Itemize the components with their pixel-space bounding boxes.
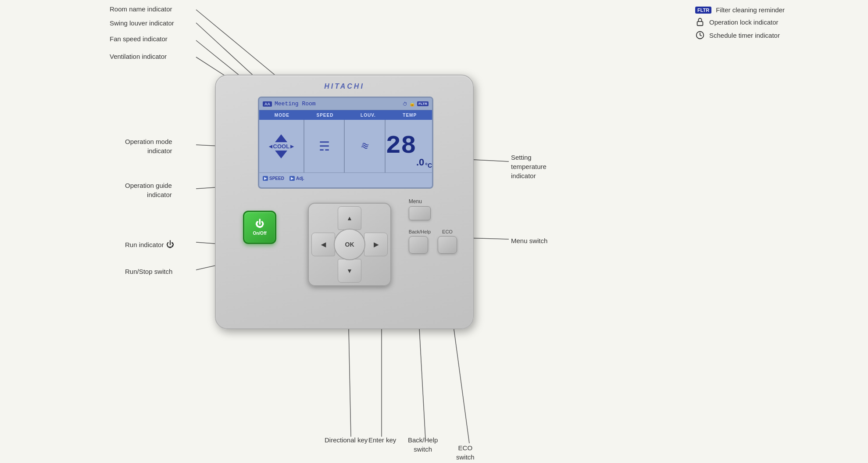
lcd-triangle-down — [275, 151, 287, 158]
lcd-main-area: ◀ COOL ▶ ☴ ≋ 28 .0 °C — [259, 120, 432, 172]
lcd-room-bar: AA Meeting Room ⏱ 🔒 FLTR — [259, 98, 432, 110]
lcd-louv-icon: ≋ — [359, 140, 371, 153]
enter-key-label: Enter key — [368, 435, 396, 445]
dpad-down-button[interactable]: ▼ — [338, 259, 361, 283]
lcd-header-temp: TEMP — [403, 113, 417, 118]
timer-legend: Schedule timer indicator — [695, 30, 785, 40]
back-help-switch[interactable] — [409, 236, 428, 254]
lcd-fltr-badge: FLTR — [417, 101, 429, 106]
eco-button-label: ECO — [438, 229, 457, 234]
lcd-header-mode: MODE — [275, 113, 289, 118]
lcd-room-name: Meeting Room — [275, 100, 316, 107]
eco-switch-label: ECO switch — [456, 443, 475, 462]
timer-icon — [695, 30, 705, 40]
dpad-ok-button[interactable]: OK — [334, 229, 365, 260]
lcd-bottom-adj-label: Adj. — [296, 176, 304, 181]
lcd-triangle-up — [275, 134, 287, 142]
lcd-header-row: MODE SPEED LOUV. TEMP — [259, 110, 432, 120]
lcd-bottom-speed-label: SPEED — [269, 176, 284, 181]
lcd-temp-cell: 28 .0 °C — [386, 120, 432, 172]
menu-switch-label: Menu switch — [511, 236, 547, 245]
power-icon: ⏻ — [255, 219, 264, 229]
legend-area: FLTR Filter cleaning reminder Operation … — [695, 6, 785, 43]
svg-rect-14 — [697, 22, 703, 25]
dpad: ▲ ▼ ◀ ▶ OK — [308, 203, 391, 286]
lcd-header-speed: SPEED — [316, 113, 333, 118]
back-help-switch-label: Back/Help switch — [408, 435, 438, 454]
brand-label: HITACHI — [216, 83, 473, 90]
lcd-clock-icon: ⏱ — [403, 101, 407, 107]
menu-button-label: Menu — [409, 198, 457, 205]
bottom-right-buttons: Back/Help ECO — [409, 229, 457, 254]
filter-badge: FLTR — [695, 7, 711, 14]
run-stop-switch-label: Run/Stop switch — [125, 267, 172, 276]
lcd-screen: AA Meeting Room ⏱ 🔒 FLTR MODE SPEED LOUV… — [258, 97, 433, 189]
ventilation-indicator-label: Ventilation indicator — [110, 52, 167, 61]
directional-key-label: Directional key — [325, 435, 368, 445]
operation-mode-indicator-label: Operation mode indicator — [125, 137, 172, 155]
lcd-bottom-adj: ▶ Adj. — [289, 176, 304, 181]
back-help-group: Back/Help — [409, 229, 431, 254]
lcd-room-left: AA Meeting Room — [263, 100, 316, 107]
right-controls: Menu Back/Help ECO — [409, 198, 457, 254]
run-indicator-label: Run indicator ⏻ — [125, 239, 174, 250]
eco-group: ECO — [438, 229, 457, 254]
lcd-bottom-bar: ▶ SPEED ▶ Adj. — [259, 172, 432, 184]
lock-label: Operation lock indicator — [709, 18, 779, 26]
operation-guide-indicator-label: Operation guide indicator — [125, 181, 172, 199]
lcd-mode-cell: ◀ COOL ▶ — [259, 120, 304, 172]
svg-line-10 — [349, 328, 351, 437]
lcd-temp-value: 28 — [386, 133, 416, 159]
lcd-mode-label: ◀ COOL ▶ — [269, 143, 294, 150]
filter-legend: FLTR Filter cleaning reminder — [695, 6, 785, 14]
lcd-bottom-adj-icon: ▶ — [289, 176, 295, 181]
lcd-temp-decimal: .0 — [416, 157, 424, 168]
filter-label: Filter cleaning reminder — [716, 6, 785, 14]
lcd-header-louv: LOUV. — [361, 113, 376, 118]
lcd-speed-cell: ☴ — [304, 120, 345, 172]
setting-temperature-label: Setting temperature indicator — [511, 153, 547, 180]
remote-control: HITACHI AA Meeting Room ⏱ 🔒 FLTR MODE SP… — [215, 75, 474, 329]
lcd-room-icons: ⏱ 🔒 FLTR — [403, 101, 429, 107]
lcd-temp-unit: °C — [425, 162, 432, 169]
menu-switch[interactable] — [409, 206, 431, 220]
back-help-button-label: Back/Help — [409, 229, 431, 234]
lcd-louv-cell: ≋ — [345, 120, 386, 172]
fan-speed-indicator-label: Fan speed indicator — [110, 34, 168, 43]
lcd-bottom-speed: ▶ SPEED — [263, 176, 284, 181]
eco-switch[interactable] — [438, 236, 457, 254]
dpad-left-button[interactable]: ◀ — [311, 233, 335, 256]
menu-section: Menu — [409, 198, 457, 220]
room-name-indicator-label: Room name indicator — [110, 4, 172, 14]
lcd-aa-box: AA — [263, 101, 272, 107]
dpad-right-button[interactable]: ▶ — [364, 233, 388, 256]
lcd-speed-icon: ☴ — [319, 139, 330, 154]
timer-label: Schedule timer indicator — [709, 32, 780, 39]
onoff-button[interactable]: ⏻ On/Off — [243, 211, 276, 244]
dpad-up-button[interactable]: ▲ — [338, 206, 361, 230]
swing-louver-indicator-label: Swing louver indicator — [110, 18, 174, 28]
lcd-lock-icon: 🔒 — [409, 101, 415, 107]
lock-icon — [695, 17, 705, 27]
lock-legend: Operation lock indicator — [695, 17, 785, 27]
onoff-label: On/Off — [253, 231, 266, 236]
lcd-bottom-speed-icon: ▶ — [263, 176, 268, 181]
